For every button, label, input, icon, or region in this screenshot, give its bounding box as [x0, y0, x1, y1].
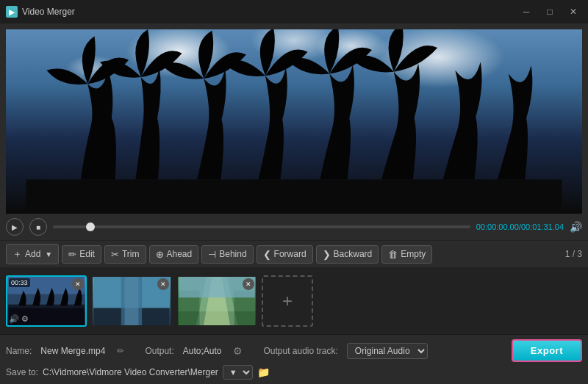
- behind-icon: ⊣: [208, 249, 216, 260]
- export-button[interactable]: Export: [512, 339, 582, 362]
- ahead-icon: ⊕: [156, 249, 164, 260]
- close-button[interactable]: ✕: [564, 3, 582, 21]
- page-indicator: 1 / 3: [565, 249, 582, 259]
- add-button[interactable]: ＋ Add ▼: [6, 244, 59, 264]
- forward-label: Forward: [274, 249, 306, 259]
- output-gear-icon[interactable]: ⚙: [233, 345, 243, 357]
- backward-label: Backward: [334, 249, 373, 259]
- clip-close-3[interactable]: ✕: [243, 278, 254, 290]
- palm-trees-svg: [6, 29, 582, 214]
- edit-button[interactable]: ✏ Edit: [62, 245, 101, 264]
- title-bar: ▶ Video Merger ─ □ ✕: [0, 0, 588, 23]
- behind-label: Behind: [219, 249, 246, 259]
- saveto-path: C:\Vidmore\Vidmore Video Converter\Merge…: [43, 367, 218, 377]
- folder-icon[interactable]: 📁: [257, 366, 270, 378]
- clip-item-1[interactable]: 00:33 ✕ 🔊 ⚙: [6, 275, 87, 327]
- backward-button[interactable]: ❯ Backward: [316, 245, 379, 264]
- add-dropdown-icon[interactable]: ▼: [45, 250, 52, 258]
- forward-icon: ❮: [263, 249, 271, 260]
- forward-button[interactable]: ❮ Forward: [257, 245, 313, 264]
- window-controls: ─ □ ✕: [517, 3, 582, 21]
- clip-close-1[interactable]: ✕: [72, 278, 84, 290]
- time-display: 00:00:00.00/00:01:31.04: [476, 222, 564, 231]
- name-edit-icon[interactable]: ✏: [117, 346, 124, 356]
- trim-icon: ✂: [111, 249, 119, 260]
- play-button[interactable]: ▶: [6, 218, 24, 236]
- empty-button[interactable]: 🗑 Empty: [381, 245, 432, 264]
- volume-icon[interactable]: 🔊: [570, 221, 582, 233]
- progress-knob[interactable]: [86, 222, 95, 231]
- backward-icon: ❯: [323, 249, 331, 260]
- progress-bar[interactable]: [53, 225, 470, 228]
- app-title: Video Merger: [22, 7, 517, 17]
- add-clip-button[interactable]: +: [262, 275, 313, 327]
- svg-rect-0: [26, 180, 562, 214]
- clip-duration-1: 00:33: [9, 278, 30, 287]
- clips-area: 00:33 ✕ 🔊 ⚙ ✕: [0, 268, 588, 334]
- output-label: Output:: [145, 346, 173, 356]
- video-canvas: [6, 29, 582, 214]
- bottom-bar: Name: New Merge.mp4 ✏ Output: Auto;Auto …: [0, 334, 588, 384]
- add-label: Add: [25, 249, 40, 259]
- stop-button[interactable]: ■: [29, 218, 47, 236]
- edit-icon: ✏: [68, 249, 76, 260]
- name-label: Name:: [6, 346, 32, 356]
- audio-track-label: Output audio track:: [263, 346, 337, 356]
- clip-sound-icon: 🔊: [9, 314, 19, 324]
- empty-label: Empty: [401, 249, 426, 259]
- minimize-button[interactable]: ─: [517, 3, 535, 21]
- edit-label: Edit: [79, 249, 95, 259]
- ahead-button[interactable]: ⊕ Ahead: [149, 245, 199, 264]
- clip-controls-1: 🔊 ⚙: [9, 314, 29, 324]
- saveto-label: Save to:: [6, 367, 38, 377]
- trash-icon: 🗑: [388, 249, 398, 260]
- add-icon: ＋: [12, 247, 22, 261]
- behind-button[interactable]: ⊣ Behind: [201, 245, 253, 264]
- toolbar: ＋ Add ▼ ✏ Edit ✂ Trim ⊕ Ahead ⊣ Behind ❮…: [0, 240, 588, 268]
- ahead-label: Ahead: [167, 249, 193, 259]
- trim-button[interactable]: ✂ Trim: [104, 245, 146, 264]
- bottom-row-1: Name: New Merge.mp4 ✏ Output: Auto;Auto …: [6, 339, 582, 362]
- app-icon: ▶: [6, 6, 18, 18]
- svg-rect-7: [125, 277, 139, 325]
- playback-controls: ▶ ■ 00:00:00.00/00:01:31.04 🔊: [0, 214, 588, 240]
- video-preview[interactable]: [6, 29, 582, 214]
- bottom-row-2: Save to: C:\Vidmore\Vidmore Video Conver…: [6, 365, 582, 380]
- output-value: Auto;Auto: [183, 346, 222, 356]
- clip-settings-icon: ⚙: [21, 314, 29, 324]
- clip-item-2[interactable]: ✕: [91, 275, 172, 327]
- audio-track-select[interactable]: Original Audio: [347, 343, 428, 359]
- clip-close-2[interactable]: ✕: [157, 278, 169, 290]
- clip-item-3[interactable]: ✕: [176, 275, 257, 327]
- maximize-button[interactable]: □: [541, 3, 559, 21]
- saveto-dropdown[interactable]: ▼: [223, 365, 253, 380]
- trim-label: Trim: [122, 249, 140, 259]
- name-value: New Merge.mp4: [40, 346, 105, 356]
- main-content: ▶ ■ 00:00:00.00/00:01:31.04 🔊 ＋ Add ▼ ✏ …: [0, 23, 588, 384]
